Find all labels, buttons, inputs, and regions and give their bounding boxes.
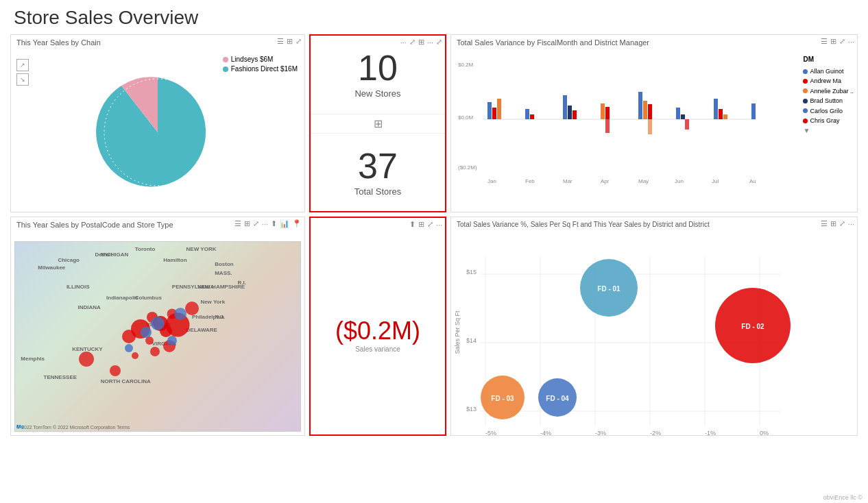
svg-text:Apr: Apr [601, 178, 610, 184]
bubble-expand-icon[interactable]: ⤢ [839, 219, 845, 228]
dm-label-5: Chris Gray [810, 116, 839, 125]
svg-rect-23 [751, 103, 756, 119]
bar-chart-title: Total Sales Variance by FiscalMonth and … [451, 35, 655, 48]
svg-text:-3%: -3% [595, 430, 606, 435]
bar-expand-icon[interactable]: ⤢ [839, 37, 845, 46]
map-label-boston: Boston [215, 261, 234, 267]
svg-rect-15 [638, 92, 642, 119]
filter-mid-icon[interactable]: ⊞ [374, 118, 383, 130]
map-pin-icon[interactable]: 📍 [292, 219, 302, 228]
kpi-bottom-toolbar: ⬆ ⊞ ⤢ ··· [409, 220, 442, 229]
svg-text:Jul: Jul [712, 178, 719, 184]
filter-icon[interactable]: ⊞ [287, 37, 293, 46]
dm-item-2: Annelie Zubar .. [803, 86, 854, 96]
legend-item-fashions: Fashions Direct $16M [223, 65, 298, 73]
map-dot-5 [122, 330, 136, 343]
dots-icon[interactable]: ··· [400, 38, 407, 47]
map-area[interactable]: Chicago Milwaukee Detroit Toronto Hamilt… [14, 241, 301, 432]
svg-rect-9 [530, 114, 534, 119]
svg-text:Feb: Feb [525, 178, 535, 184]
kpi-b-expand-icon[interactable]: ⤢ [427, 220, 433, 229]
dm-dot-3 [803, 99, 808, 103]
expand-icon[interactable]: ⤢ [296, 37, 302, 46]
svg-text:Jun: Jun [675, 178, 684, 184]
page-title: Store Sales Overview [10, 7, 858, 29]
dm-item-0: Allan Guinot [803, 66, 854, 76]
kpi-expand-icon[interactable]: ⤢ [409, 38, 415, 47]
kpi-bottom-value: ($0.2M) [335, 317, 420, 345]
svg-text:FD - 02: FD - 02 [741, 323, 764, 330]
svg-text:Aug: Aug [749, 178, 756, 184]
dm-scroll-icon[interactable]: ▼ [803, 127, 810, 134]
svg-rect-19 [681, 114, 685, 119]
map-label-northcarolina: NORTH CAROLINA [101, 378, 151, 384]
map-dot-s2 [110, 365, 121, 376]
bar-menu-icon[interactable]: ☰ [821, 37, 828, 46]
dm-dot-5 [803, 119, 808, 123]
bubble-chart-svg: Sales Per Sq Ft $15 $14 $13 -5% -4% -3% … [451, 236, 857, 435]
kpi-bottom-content: ($0.2M) Sales variance [311, 235, 445, 434]
kpi-total-stores-value: 37 [358, 148, 398, 184]
legend-dot-fashions [223, 66, 228, 72]
svg-rect-16 [643, 101, 647, 119]
map-expand-icon[interactable]: ⤢ [253, 219, 259, 228]
svg-rect-21 [719, 109, 723, 119]
panel-bubble-chart: Total Sales Variance %, Sales Per Sq Ft … [450, 217, 858, 436]
pie-chart-title: This Year Sales by Chain [11, 35, 106, 48]
dm-dot-0 [803, 69, 808, 74]
kpi-b-more-icon[interactable]: ··· [436, 221, 442, 229]
svg-text:$13: $13 [466, 406, 477, 413]
kpi-new-stores-value: 10 [358, 50, 398, 86]
bing-logo: Mc [16, 424, 24, 430]
svg-text:FD - 04: FD - 04 [546, 395, 569, 402]
map-label-newyork-state: NEW YORK [186, 246, 217, 252]
bubble-menu-icon[interactable]: ☰ [821, 219, 828, 228]
map-label-chicago: Chicago [58, 257, 80, 263]
svg-rect-17 [648, 104, 652, 119]
dm-label-2: Annelie Zubar .. [810, 86, 854, 96]
svg-rect-25 [605, 119, 610, 133]
kpi-container: 10 New Stores ⊞ 37 Total Stores [311, 36, 445, 211]
kpi-b-up-icon[interactable]: ⬆ [409, 220, 415, 229]
kpi-fullscreen-icon[interactable]: ⤢ [436, 38, 442, 47]
resize-bl-icon[interactable]: ↘ [16, 73, 29, 86]
panel-kpi-bottom: ⬆ ⊞ ⤢ ··· ($0.2M) Sales variance [309, 217, 446, 436]
watermark: obviEnce llc © [823, 494, 863, 501]
bubble-filter-icon[interactable]: ⊞ [830, 219, 836, 228]
map-menu-icon[interactable]: ☰ [234, 219, 241, 228]
kpi-more-icon[interactable]: ··· [427, 38, 433, 47]
svg-text:$15: $15 [466, 269, 477, 275]
menu-icon[interactable]: ☰ [277, 37, 284, 46]
svg-text:May: May [638, 178, 649, 184]
panel-kpi-top: ··· ⤢ ⊞ ··· ⤢ 10 New Stores ⊞ 37 Total S… [309, 34, 446, 212]
svg-text:Jan: Jan [487, 178, 496, 184]
pie-toolbar: ☰ ⊞ ⤢ [277, 37, 302, 46]
map-chart-icon[interactable]: 📊 [280, 219, 289, 228]
kpi-b-filter-icon[interactable]: ⊞ [418, 220, 424, 229]
main-grid: This Year Sales by Chain ☰ ⊞ ⤢ ↗ ↘ [10, 34, 858, 473]
map-label-philadelphia: Philadelphia [192, 314, 224, 320]
bubble-more-icon[interactable]: ··· [848, 220, 854, 228]
map-filter-icon[interactable]: ⊞ [244, 219, 250, 228]
svg-rect-12 [572, 110, 577, 119]
resize-tl-icon[interactable]: ↗ [16, 59, 29, 71]
svg-rect-27 [685, 119, 689, 130]
dm-legend-title: DM [803, 54, 854, 65]
svg-text:FD - 03: FD - 03 [491, 395, 514, 402]
bar-filter-icon[interactable]: ⊞ [830, 37, 836, 46]
dm-item-1: Andrew Ma [803, 76, 854, 86]
svg-rect-5 [487, 102, 492, 119]
map-more-icon[interactable]: ··· [262, 220, 268, 228]
bar-chart-svg: $0.2M $0.0M ($0.2M) [457, 54, 756, 197]
svg-text:0%: 0% [760, 430, 769, 435]
kpi-filter-icon[interactable]: ⊞ [418, 38, 424, 47]
svg-text:-4%: -4% [540, 430, 551, 435]
legend-item-lindseys: Lindseys $6M [223, 56, 298, 63]
bar-more-icon[interactable]: ··· [848, 38, 854, 46]
map-copyright: © 2022 TomTom © 2022 Microsoft Corporati… [16, 425, 130, 430]
svg-text:$14: $14 [466, 337, 477, 344]
map-dot-blue-4 [174, 308, 186, 320]
dm-label-1: Andrew Ma [810, 76, 841, 86]
map-up-icon[interactable]: ⬆ [271, 219, 277, 228]
dm-label-0: Allan Guinot [810, 66, 843, 76]
